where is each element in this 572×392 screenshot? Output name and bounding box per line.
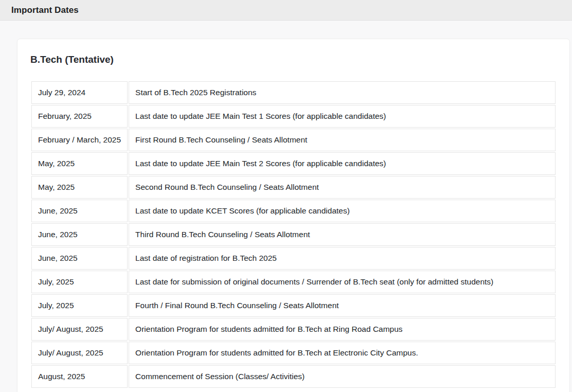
event-cell: Orientation Program for students admitte… [129, 342, 556, 364]
date-cell: July, 2025 [31, 271, 128, 293]
date-cell: July/ August, 2025 [31, 342, 128, 364]
table-row: July, 2025Fourth / Final Round B.Tech Co… [31, 294, 556, 317]
event-cell: Last date to update JEE Main Test 1 Scor… [129, 105, 556, 128]
table-row: June, 2025Last date of registration for … [31, 247, 556, 270]
event-cell: Fourth / Final Round B.Tech Counseling /… [129, 294, 556, 317]
event-cell: Last date to update JEE Main Test 2 Scor… [129, 152, 556, 175]
page-title: Important Dates [11, 5, 79, 15]
table-row: February, 2025Last date to update JEE Ma… [31, 105, 556, 128]
card-heading: B.Tech (Tentative) [30, 53, 557, 66]
date-cell: June, 2025 [31, 247, 128, 270]
event-cell: Third Round B.Tech Counseling / Seats Al… [129, 223, 556, 246]
date-cell: February, 2025 [31, 105, 128, 128]
event-cell: Last date of registration for B.Tech 202… [129, 247, 556, 270]
table-row: June, 2025Third Round B.Tech Counseling … [31, 223, 556, 246]
event-cell: Last date to update KCET Scores (for app… [129, 200, 556, 222]
table-row: June, 2025Last date to update KCET Score… [31, 200, 556, 222]
date-cell: July, 2025 [31, 294, 128, 317]
table-row: August, 2025Commencement of Session (Cla… [31, 365, 556, 388]
event-cell: Commencement of Session (Classes/ Activi… [129, 365, 556, 388]
important-dates-table: July 29, 2024Start of B.Tech 2025 Regist… [30, 80, 557, 389]
event-cell: First Round B.Tech Counseling / Seats Al… [129, 129, 556, 151]
event-cell: Orientation Program for students admitte… [129, 318, 556, 341]
date-cell: August, 2025 [31, 365, 128, 388]
section-header: Important Dates [0, 0, 572, 21]
date-cell: May, 2025 [31, 176, 128, 199]
date-cell: June, 2025 [31, 223, 128, 246]
table-row: May, 2025Second Round B.Tech Counseling … [31, 176, 556, 199]
page-content: B.Tech (Tentative) July 29, 2024Start of… [0, 21, 572, 392]
table-row: July/ August, 2025Orientation Program fo… [31, 318, 556, 341]
table-row: July/ August, 2025Orientation Program fo… [31, 342, 556, 364]
important-dates-card: B.Tech (Tentative) July 29, 2024Start of… [17, 39, 570, 392]
event-cell: Last date for submission of original doc… [129, 271, 556, 293]
table-row: July 29, 2024Start of B.Tech 2025 Regist… [31, 81, 556, 104]
date-cell: May, 2025 [31, 152, 128, 175]
date-cell: February / March, 2025 [31, 129, 128, 151]
event-cell: Start of B.Tech 2025 Registrations [129, 81, 556, 104]
table-row: February / March, 2025First Round B.Tech… [31, 129, 556, 151]
date-cell: July 29, 2024 [31, 81, 128, 104]
table-body: July 29, 2024Start of B.Tech 2025 Regist… [31, 81, 556, 388]
event-cell: Second Round B.Tech Counseling / Seats A… [129, 176, 556, 199]
table-row: July, 2025Last date for submission of or… [31, 271, 556, 293]
table-row: May, 2025Last date to update JEE Main Te… [31, 152, 556, 175]
date-cell: July/ August, 2025 [31, 318, 128, 341]
date-cell: June, 2025 [31, 200, 128, 222]
